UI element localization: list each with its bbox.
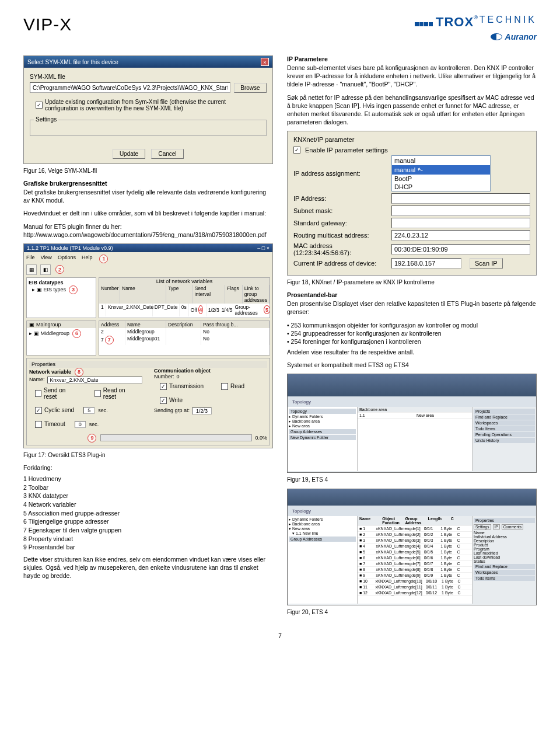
pct-b2: • 254 gruppeadresser for konfigurasjonen… [287, 329, 537, 337]
fig19-window: Topology Topology ▸ Dynamic Folders ▸ Ba… [287, 374, 537, 473]
legend-title: Forklaring: [23, 464, 273, 471]
settings-label: Settings [34, 116, 58, 123]
fig20-window: Topology ▸ Dynamic Folders ▸ Backbone ar… [287, 489, 537, 605]
brand-block: TROX ® TECHNIK Auranor [415, 15, 537, 41]
pct-b3: • 254 foreninger for konfigurasjonen i k… [287, 337, 537, 346]
pct-p2: Andelen vise resultater fra de respektiv… [287, 348, 537, 356]
fig17-win-title: 1.1.2 TP1 Module (TP1 Module v0.9) [27, 245, 113, 251]
window-controls-icon[interactable]: – □ × [257, 245, 270, 251]
enable-checkbox[interactable]: ✓ [293, 147, 300, 154]
callout-6: 6 [72, 329, 81, 338]
callout-5: 5 [264, 305, 270, 314]
fig16-file-label: SYM-XML file [30, 74, 267, 80]
fig17-caption: Figur 17: Oversikt ETS3 Plug-in [23, 452, 273, 458]
legend-list: 1 Hovedmeny 2 Toolbar 3 KNX datatyper 4 … [23, 475, 273, 552]
menu-view[interactable]: View [41, 255, 52, 263]
callout-2: 2 [55, 265, 64, 274]
group-addr-table: Address Name Description Pass throug b..… [99, 320, 270, 356]
auranor-icon [491, 33, 502, 40]
cancel-button[interactable]: Cancel [151, 149, 184, 159]
ip-p1: Denne sub-elementet vises bare på konfig… [287, 64, 537, 89]
mac-input[interactable]: 00:30:DE:01:90:09 [391, 244, 530, 255]
callout-9: 9 [88, 434, 96, 443]
properties-panel: Properties Network variable 8 Name: Knxv… [26, 358, 270, 445]
network-vars-panel: List of network variables Number Name Ty… [99, 277, 270, 318]
close-icon[interactable]: × [261, 58, 269, 66]
update-check-label: Update existing configuration from Sym-X… [45, 99, 232, 112]
callout-3: 3 [69, 285, 78, 294]
toolbar-icon-2[interactable]: ◧ [40, 264, 51, 275]
gui-p2: Hovedvinduet er delt inn i ulike områder… [23, 209, 273, 217]
scan-ip-button[interactable]: Scan IP [470, 258, 503, 269]
ets4-tab-topology[interactable]: Topology [292, 399, 311, 405]
brand-reg: ® [474, 15, 478, 20]
fig16-window: Select SYM-XML file for this device × SY… [23, 55, 273, 164]
fig16-win-title: Select SYM-XML file for this device [27, 59, 118, 65]
current-ip: 192.168.0.157 [391, 258, 461, 269]
legend-p1: Dette viser strukturen kan ikke endres, … [23, 555, 273, 580]
brand-name: TROX [436, 15, 474, 30]
callout-1: 1 [99, 255, 108, 263]
eib-datatypes-panel: EIB datatypes ▸ ▣ EIS types 3 [26, 277, 96, 318]
percent-bar [100, 434, 252, 441]
ip-address-input[interactable] [391, 193, 530, 204]
gui-p3: Manual for ETS plugin finner du her: htt… [23, 222, 273, 239]
subnet-input[interactable] [391, 205, 530, 216]
fig18-caption: Figur 18, KNXnet / IP-parametere av KNX … [287, 279, 537, 285]
menu-help[interactable]: Help [82, 255, 93, 263]
browse-button[interactable]: Browse [234, 83, 267, 93]
brand-sub: TECHNIK [480, 15, 537, 25]
ip-assign-dropdown[interactable]: manual manual ↖ BootP DHCP [391, 155, 491, 191]
brand-line2: Auranor [505, 32, 537, 41]
fig16-caption: Figur 16, Velge SYM-XML-fil [23, 168, 273, 174]
fig16-file-input[interactable] [30, 82, 230, 93]
callout-4: 4 [198, 305, 203, 314]
multicast-input[interactable]: 224.0.23.12 [391, 230, 530, 241]
menu-options[interactable]: Options [58, 255, 76, 263]
page-title: VIP-X [23, 15, 72, 34]
pct-b1: • 253 kommunikasjon objekter for konfigu… [287, 321, 537, 329]
enable-label: Enable IP parameter settings [305, 147, 388, 154]
ip-p2: Søk på nettet for IP adresse på den beha… [287, 93, 537, 127]
fig17-window: 1.1.2 TP1 Module (TP1 Module v0.9) – □ ×… [23, 243, 273, 448]
fig18-panel: KNXnet/IP parameter ✓ Enable IP paramete… [287, 131, 537, 276]
percent-value: 0.0% [255, 435, 267, 441]
pct-p3: Systemet er kompatibelt med ETS3 og ETS4 [287, 361, 537, 369]
fig20-caption: Figur 20, ETS 4 [287, 609, 537, 615]
gui-p1: Det grafiske brukergrensesnittet viser t… [23, 188, 273, 204]
knx-group-title: KNXnet/IP parameter [293, 136, 530, 143]
ip-heading: IP Parametere [287, 55, 537, 62]
update-checkbox[interactable]: ✓ [36, 102, 43, 109]
toolbar-icon-1[interactable]: ▦ [26, 264, 37, 275]
group-addr-panel: ▣ Maingroup ▸ ▣ Middlegroup 6 [26, 320, 96, 356]
gateway-input[interactable] [391, 218, 530, 228]
callout-8: 8 [75, 368, 83, 377]
page-number: 7 [23, 633, 537, 639]
pct-heading: Prosentandel-bar [287, 291, 537, 298]
pct-p1: Den prosentvise Displayet viser den rela… [287, 299, 537, 316]
fig19-caption: Figur 19, ETS 4 [287, 476, 537, 483]
gui-heading: Grafiske brukergrensesnittet [23, 180, 273, 187]
callout-7: 7 [105, 336, 114, 344]
menu-file[interactable]: File [26, 255, 35, 263]
update-button[interactable]: Update [113, 149, 145, 159]
